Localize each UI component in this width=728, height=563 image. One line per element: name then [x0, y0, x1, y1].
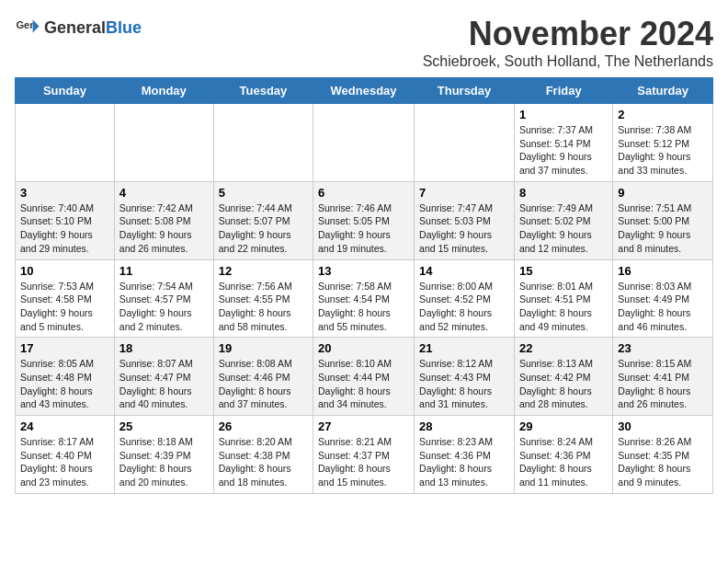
calendar-cell: 19Sunrise: 8:08 AM Sunset: 4:46 PM Dayli…: [213, 338, 313, 416]
calendar-cell: [16, 104, 115, 182]
calendar-cell: 24Sunrise: 8:17 AM Sunset: 4:40 PM Dayli…: [16, 416, 115, 494]
day-number: 29: [519, 419, 608, 433]
day-info: Sunrise: 8:17 AM Sunset: 4:40 PM Dayligh…: [20, 435, 109, 489]
day-info: Sunrise: 8:12 AM Sunset: 4:43 PM Dayligh…: [419, 357, 509, 411]
calendar-cell: 17Sunrise: 8:05 AM Sunset: 4:48 PM Dayli…: [16, 338, 115, 416]
calendar-cell: 12Sunrise: 7:56 AM Sunset: 4:55 PM Dayli…: [213, 259, 313, 338]
week-row-3: 10Sunrise: 7:53 AM Sunset: 4:58 PM Dayli…: [16, 259, 713, 338]
day-info: Sunrise: 8:21 AM Sunset: 4:37 PM Dayligh…: [318, 435, 409, 489]
calendar-cell: 10Sunrise: 7:53 AM Sunset: 4:58 PM Dayli…: [16, 259, 115, 338]
day-number: 8: [519, 186, 608, 200]
calendar-cell: 13Sunrise: 7:58 AM Sunset: 4:54 PM Dayli…: [313, 259, 415, 338]
week-row-1: 1Sunrise: 7:37 AM Sunset: 5:14 PM Daylig…: [16, 104, 713, 182]
calendar-cell: 29Sunrise: 8:24 AM Sunset: 4:36 PM Dayli…: [514, 416, 612, 494]
day-info: Sunrise: 8:10 AM Sunset: 4:44 PM Dayligh…: [318, 357, 409, 411]
day-info: Sunrise: 7:58 AM Sunset: 4:54 PM Dayligh…: [318, 280, 409, 334]
day-header-saturday: Saturday: [613, 78, 713, 104]
calendar-cell: 15Sunrise: 8:01 AM Sunset: 4:51 PM Dayli…: [514, 259, 612, 338]
day-number: 22: [519, 341, 608, 355]
calendar-cell: 28Sunrise: 8:23 AM Sunset: 4:36 PM Dayli…: [415, 416, 515, 494]
day-info: Sunrise: 7:51 AM Sunset: 5:00 PM Dayligh…: [618, 201, 708, 256]
calendar-cell: 11Sunrise: 7:54 AM Sunset: 4:57 PM Dayli…: [114, 259, 213, 338]
day-number: 2: [618, 108, 708, 121]
day-number: 27: [318, 419, 409, 433]
day-number: 15: [519, 264, 608, 278]
day-info: Sunrise: 8:03 AM Sunset: 4:49 PM Dayligh…: [618, 280, 708, 334]
day-number: 4: [119, 186, 209, 200]
day-number: 20: [318, 341, 409, 355]
day-info: Sunrise: 7:54 AM Sunset: 4:57 PM Dayligh…: [119, 280, 209, 334]
calendar-cell: 22Sunrise: 8:13 AM Sunset: 4:42 PM Dayli…: [514, 338, 612, 416]
calendar-cell: 18Sunrise: 8:07 AM Sunset: 4:47 PM Dayli…: [114, 338, 213, 416]
day-number: 12: [219, 264, 308, 278]
calendar-body: 1Sunrise: 7:37 AM Sunset: 5:14 PM Daylig…: [16, 104, 713, 494]
calendar-cell: [415, 104, 515, 182]
day-number: 13: [318, 264, 409, 278]
day-info: Sunrise: 7:44 AM Sunset: 5:07 PM Dayligh…: [219, 201, 308, 256]
day-info: Sunrise: 7:38 AM Sunset: 5:12 PM Dayligh…: [618, 123, 708, 178]
calendar-cell: 6Sunrise: 7:46 AM Sunset: 5:05 PM Daylig…: [313, 181, 415, 259]
calendar-cell: 4Sunrise: 7:42 AM Sunset: 5:08 PM Daylig…: [114, 181, 213, 259]
calendar-cell: 9Sunrise: 7:51 AM Sunset: 5:00 PM Daylig…: [613, 181, 713, 259]
logo-icon: Gen: [15, 15, 40, 40]
day-number: 3: [20, 186, 109, 200]
day-info: Sunrise: 8:20 AM Sunset: 4:38 PM Dayligh…: [219, 435, 308, 489]
logo-blue: Blue: [106, 18, 142, 37]
day-number: 18: [119, 341, 209, 355]
day-number: 23: [618, 341, 708, 355]
week-row-4: 17Sunrise: 8:05 AM Sunset: 4:48 PM Dayli…: [16, 338, 713, 416]
day-header-thursday: Thursday: [415, 78, 515, 104]
calendar-header-row: SundayMondayTuesdayWednesdayThursdayFrid…: [16, 78, 713, 104]
day-number: 25: [119, 419, 209, 433]
day-info: Sunrise: 7:53 AM Sunset: 4:58 PM Dayligh…: [20, 280, 109, 334]
day-number: 9: [618, 186, 708, 200]
day-number: 7: [419, 186, 509, 200]
week-row-2: 3Sunrise: 7:40 AM Sunset: 5:10 PM Daylig…: [16, 181, 713, 259]
day-info: Sunrise: 8:13 AM Sunset: 4:42 PM Dayligh…: [519, 357, 608, 411]
calendar-cell: 3Sunrise: 7:40 AM Sunset: 5:10 PM Daylig…: [16, 181, 115, 259]
day-number: 1: [519, 108, 608, 121]
day-number: 5: [219, 186, 308, 200]
day-number: 30: [618, 419, 708, 433]
day-info: Sunrise: 7:40 AM Sunset: 5:10 PM Dayligh…: [20, 201, 109, 256]
day-info: Sunrise: 8:15 AM Sunset: 4:41 PM Dayligh…: [618, 357, 708, 411]
day-header-sunday: Sunday: [16, 78, 115, 104]
calendar-cell: 1Sunrise: 7:37 AM Sunset: 5:14 PM Daylig…: [514, 104, 612, 182]
calendar-cell: 5Sunrise: 7:44 AM Sunset: 5:07 PM Daylig…: [213, 181, 313, 259]
day-info: Sunrise: 7:37 AM Sunset: 5:14 PM Dayligh…: [519, 123, 608, 178]
day-info: Sunrise: 8:05 AM Sunset: 4:48 PM Dayligh…: [20, 357, 109, 411]
day-info: Sunrise: 8:00 AM Sunset: 4:52 PM Dayligh…: [419, 280, 509, 334]
calendar-cell: 21Sunrise: 8:12 AM Sunset: 4:43 PM Dayli…: [415, 338, 515, 416]
calendar-cell: 25Sunrise: 8:18 AM Sunset: 4:39 PM Dayli…: [114, 416, 213, 494]
day-info: Sunrise: 7:47 AM Sunset: 5:03 PM Dayligh…: [419, 201, 509, 256]
day-number: 11: [119, 264, 209, 278]
day-info: Sunrise: 8:07 AM Sunset: 4:47 PM Dayligh…: [119, 357, 209, 411]
day-info: Sunrise: 7:42 AM Sunset: 5:08 PM Dayligh…: [119, 201, 209, 256]
day-info: Sunrise: 8:18 AM Sunset: 4:39 PM Dayligh…: [119, 435, 209, 489]
day-number: 14: [419, 264, 509, 278]
calendar-cell: 30Sunrise: 8:26 AM Sunset: 4:35 PM Dayli…: [613, 416, 713, 494]
day-header-monday: Monday: [114, 78, 213, 104]
day-info: Sunrise: 7:49 AM Sunset: 5:02 PM Dayligh…: [519, 201, 608, 256]
day-info: Sunrise: 8:26 AM Sunset: 4:35 PM Dayligh…: [618, 435, 708, 489]
title-area: November 2024 Schiebroek, South Holland,…: [423, 15, 713, 70]
day-info: Sunrise: 7:46 AM Sunset: 5:05 PM Dayligh…: [318, 201, 409, 256]
calendar-cell: 27Sunrise: 8:21 AM Sunset: 4:37 PM Dayli…: [313, 416, 415, 494]
day-number: 19: [219, 341, 308, 355]
calendar-cell: [213, 104, 313, 182]
day-number: 16: [618, 264, 708, 278]
day-number: 17: [20, 341, 109, 355]
logo-general: General: [44, 18, 106, 37]
day-number: 24: [20, 419, 109, 433]
day-number: 10: [20, 264, 109, 278]
header: Gen GeneralBlue November 2024 Schiebroek…: [15, 15, 713, 70]
calendar-table: SundayMondayTuesdayWednesdayThursdayFrid…: [15, 77, 713, 494]
day-header-tuesday: Tuesday: [213, 78, 313, 104]
logo: Gen GeneralBlue: [15, 15, 142, 40]
subtitle: Schiebroek, South Holland, The Netherlan…: [423, 53, 713, 70]
day-info: Sunrise: 8:01 AM Sunset: 4:51 PM Dayligh…: [519, 280, 608, 334]
day-number: 26: [219, 419, 308, 433]
calendar-cell: 8Sunrise: 7:49 AM Sunset: 5:02 PM Daylig…: [514, 181, 612, 259]
day-number: 21: [419, 341, 509, 355]
calendar-cell: 14Sunrise: 8:00 AM Sunset: 4:52 PM Dayli…: [415, 259, 515, 338]
